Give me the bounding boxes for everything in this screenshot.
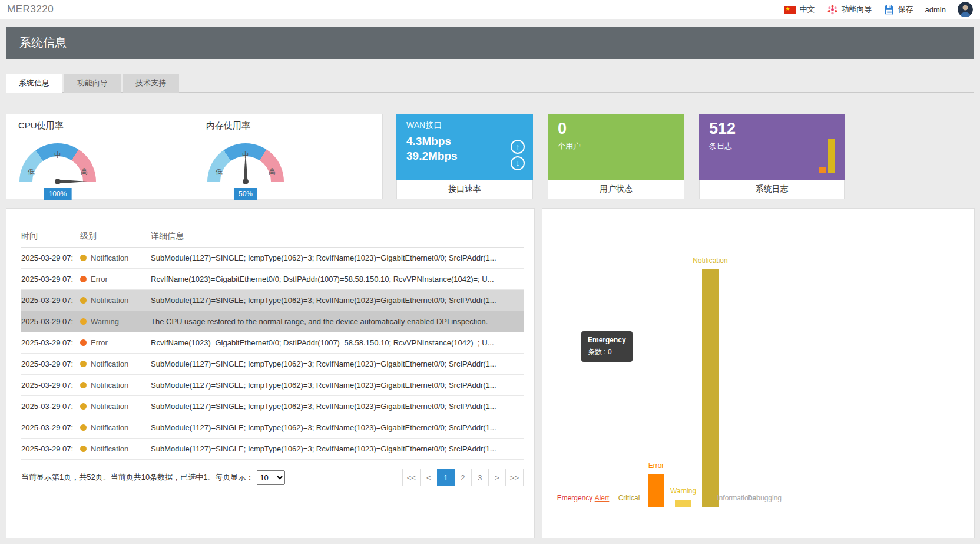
pagination-button->[interactable]: >	[488, 469, 506, 486]
level-dot-icon	[80, 403, 87, 410]
memory-gauge: 低 中 高 50%	[207, 143, 284, 202]
upload-arrow-icon: ↑	[511, 140, 525, 154]
bar-notification[interactable]	[702, 269, 719, 507]
wan-card-footer: 接口速率	[396, 180, 533, 199]
wan-card[interactable]: WAN接口 4.3Mbps 39.2Mbps ↑ ↓ 接口速率	[396, 114, 533, 199]
table-row[interactable]: 2025-03-29 07: Warning The CPU usage res…	[21, 311, 524, 332]
pagination-button-3[interactable]: 3	[471, 469, 489, 486]
language-switcher[interactable]: ★ 中文	[784, 4, 815, 15]
log-message: SubModule(1127)=SINGLE; IcmpType(1062)=3…	[151, 444, 524, 453]
tab-2[interactable]: 功能向导	[64, 74, 121, 93]
log-time: 2025-03-29 07:	[21, 381, 80, 390]
log-message: RcvIfName(1023)=GigabitEthernet0/0; DstI…	[151, 275, 524, 283]
level-text: Notification	[91, 381, 128, 390]
user-count-unit: 个用户	[558, 141, 674, 151]
users-card-footer: 用户状态	[548, 180, 684, 199]
pagination-button->>[interactable]: >>	[505, 469, 524, 486]
pagination-button-<[interactable]: <	[420, 469, 438, 486]
level-text: Notification	[91, 253, 128, 262]
bar-slot-debugging: Debugging	[751, 259, 778, 507]
log-time: 2025-03-29 07:	[21, 253, 80, 262]
wizard-label: 功能向导	[842, 4, 872, 15]
level-dot-icon	[80, 361, 87, 367]
avatar[interactable]	[958, 2, 973, 17]
pagination-button-2[interactable]: 2	[454, 469, 472, 486]
table-row[interactable]: 2025-03-29 07: Notification SubModule(11…	[21, 375, 524, 396]
level-text: Notification	[91, 296, 128, 305]
log-level: Notification	[80, 296, 151, 305]
cpu-gauge-hub	[55, 179, 61, 184]
level-text: Notification	[91, 402, 128, 411]
log-message: The CPU usage restored to the normal ran…	[151, 317, 524, 326]
table-row[interactable]: 2025-03-29 07: Notification SubModule(11…	[21, 417, 524, 439]
pagination-button-1[interactable]: 1	[437, 469, 455, 486]
log-message: SubModule(1127)=SINGLE; IcmpType(1062)=3…	[151, 402, 524, 411]
col-header-time: 时间	[21, 231, 80, 242]
level-dot-icon	[80, 339, 87, 346]
cpu-gauge-mid-label: 中	[54, 150, 61, 160]
save-button[interactable]: 保存	[884, 4, 913, 15]
bar-slot-warning: Warning	[670, 259, 697, 507]
memory-gauge-high-label: 高	[269, 167, 276, 177]
level-dot-icon	[80, 276, 87, 282]
cpu-gauge-low-label: 低	[28, 167, 35, 177]
cpu-gauge-high-label: 高	[81, 167, 88, 177]
log-time: 2025-03-29 07:	[21, 402, 80, 411]
table-row[interactable]: 2025-03-29 07: Notification SubModule(11…	[21, 439, 524, 460]
memory-usage-value: 50%	[234, 188, 257, 200]
level-text: Notification	[91, 360, 128, 368]
level-dot-icon	[80, 382, 87, 388]
username: admin	[925, 5, 946, 14]
bar-label-error: Error	[648, 461, 664, 470]
table-row[interactable]: 2025-03-29 07: Notification SubModule(11…	[21, 248, 524, 269]
table-row[interactable]: 2025-03-29 07: Error RcvIfName(1023)=Gig…	[21, 269, 524, 290]
log-message: SubModule(1127)=SINGLE; IcmpType(1062)=3…	[151, 253, 524, 262]
log-time: 2025-03-29 07:	[21, 444, 80, 453]
tabs: 系统信息功能向导技术支持	[6, 74, 179, 93]
tab-1[interactable]: 系统信息	[6, 74, 62, 93]
users-card[interactable]: 0 个用户 用户状态	[548, 114, 684, 199]
tab-3[interactable]: 技术支持	[122, 74, 179, 93]
bar-error[interactable]	[648, 474, 664, 507]
bar-warning[interactable]	[675, 500, 691, 507]
topbar: MER3220 ★ 中文 功能向导	[0, 0, 980, 19]
save-label: 保存	[898, 4, 913, 15]
level-text: Notification	[91, 423, 128, 432]
log-level: Notification	[80, 360, 151, 368]
log-time: 2025-03-29 07:	[21, 360, 80, 368]
memory-gauge-title: 内存使用率	[206, 120, 370, 137]
page-size-select[interactable]: 10	[257, 470, 285, 485]
memory-gauge-low-label: 低	[216, 167, 223, 177]
log-message: SubModule(1127)=SINGLE; IcmpType(1062)=3…	[151, 360, 524, 368]
wan-upload-speed: 4.3Mbps	[406, 135, 523, 148]
log-table: 时间 级别 详细信息 2025-03-29 07: Notification S…	[21, 225, 524, 460]
level-text: Error	[91, 338, 108, 347]
memory-gauge-hub	[243, 179, 249, 184]
table-footer: 当前显示第1页，共52页。当前页共10条数据，已选中1。每页显示： 10 <<<…	[21, 469, 524, 486]
table-row[interactable]: 2025-03-29 07: Notification SubModule(11…	[21, 354, 524, 375]
table-row[interactable]: 2025-03-29 07: Error RcvIfName(1023)=Gig…	[21, 332, 524, 354]
bar-slot-alert: Alert	[588, 259, 615, 507]
save-icon	[884, 4, 895, 15]
log-time: 2025-03-29 07:	[21, 338, 80, 347]
cpu-gauge-card: CPU使用率 低 中 高 100%	[6, 114, 194, 199]
log-table-header: 时间 级别 详细信息	[21, 225, 524, 248]
table-row[interactable]: 2025-03-29 07: Notification SubModule(11…	[21, 396, 524, 417]
cpu-memory-panel: CPU使用率 低 中 高 100% 内存使用率 低 中 高 50%	[6, 114, 383, 199]
log-message: RcvIfName(1023)=GigabitEthernet0/0; DstI…	[151, 338, 524, 347]
wan-card-title: WAN接口	[406, 120, 523, 131]
wizard-button[interactable]: 功能向导	[827, 4, 872, 15]
page-header: 系统信息	[6, 27, 974, 59]
logs-card[interactable]: 512 条日志 系统日志	[699, 114, 845, 199]
log-table-body: 2025-03-29 07: Notification SubModule(11…	[21, 248, 524, 460]
level-dot-icon	[80, 446, 87, 452]
wizard-icon	[827, 4, 838, 15]
col-header-detail: 详细信息	[151, 231, 524, 242]
bar-label-warning: Warning	[670, 487, 696, 495]
avatar-image	[958, 2, 973, 17]
table-row[interactable]: 2025-03-29 07: Notification SubModule(11…	[21, 290, 524, 311]
device-name: MER3220	[7, 4, 54, 15]
pagination-button-<<[interactable]: <<	[402, 469, 421, 486]
log-level: Error	[80, 275, 151, 283]
bar-slot-critical: Critical	[615, 259, 643, 507]
